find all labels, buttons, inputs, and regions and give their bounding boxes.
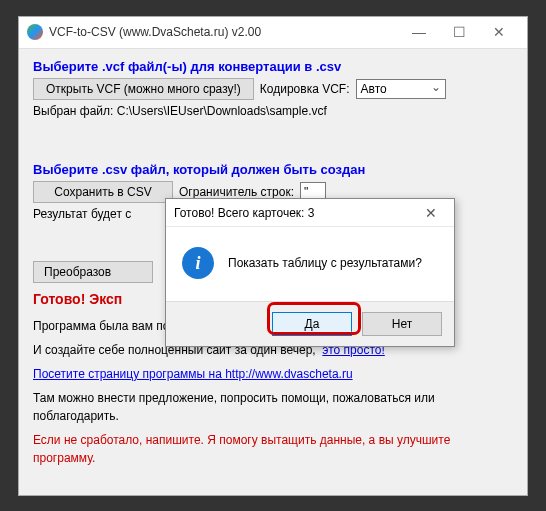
app-icon [27, 24, 43, 40]
save-csv-button[interactable]: Сохранить в CSV [33, 181, 173, 203]
titlebar: VCF-to-CSV (www.DvaScheta.ru) v2.00 — ☐ … [19, 17, 527, 49]
chosen-file-text: Выбран файл: C:\Users\IEUser\Downloads\s… [33, 104, 513, 118]
dialog-button-row: Да Нет [166, 301, 454, 346]
dialog-title: Готово! Всего карточек: 3 [174, 206, 416, 220]
info-icon: i [182, 247, 214, 279]
encoding-label: Кодировка VCF: [260, 82, 350, 96]
dialog-no-button[interactable]: Нет [362, 312, 442, 336]
dialog-yes-button[interactable]: Да [272, 312, 352, 336]
footer-line-5: Если не сработало, напишите. Я помогу вы… [33, 431, 513, 467]
window-title: VCF-to-CSV (www.DvaScheta.ru) v2.00 [49, 25, 399, 39]
convert-button[interactable]: Преобразов [33, 261, 153, 283]
section2-heading: Выберите .csv файл, который должен быть … [33, 162, 513, 177]
section1-heading: Выберите .vcf файл(-ы) для конвертации в… [33, 59, 513, 74]
maximize-button[interactable]: ☐ [439, 18, 479, 46]
program-page-link[interactable]: Посетите страницу программы на http://ww… [33, 367, 353, 381]
footer-line-4: Там можно внести предложение, попросить … [33, 389, 513, 425]
minimize-button[interactable]: — [399, 18, 439, 46]
encoding-select[interactable]: Авто [356, 79, 446, 99]
dialog-message: Показать таблицу с результатами? [228, 256, 422, 270]
confirm-dialog: Готово! Всего карточек: 3 ✕ i Показать т… [165, 198, 455, 347]
open-vcf-button[interactable]: Открыть VCF (можно много сразу!) [33, 78, 254, 100]
encoding-value: Авто [361, 82, 387, 96]
dialog-titlebar: Готово! Всего карточек: 3 ✕ [166, 199, 454, 227]
delimiter-label: Ограничитель строк: [179, 185, 294, 199]
close-button[interactable]: ✕ [479, 18, 519, 46]
footer-line-3: Посетите страницу программы на http://ww… [33, 365, 513, 383]
dialog-close-button[interactable]: ✕ [416, 205, 446, 221]
